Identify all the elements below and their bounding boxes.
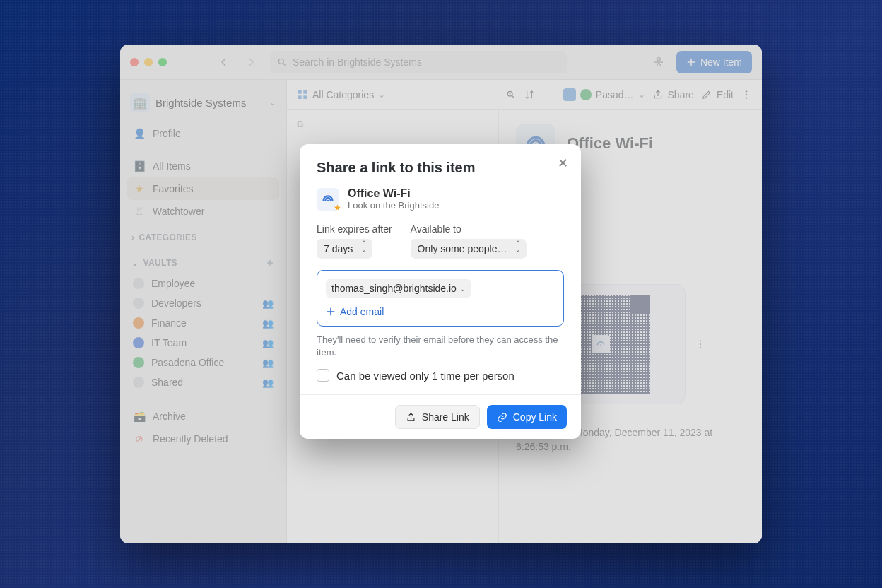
shared-icon: 👥: [262, 338, 274, 348]
modal-close-button[interactable]: ✕: [558, 155, 568, 171]
vault-item-shared[interactable]: Shared👥: [127, 372, 279, 392]
svg-rect-3: [298, 95, 302, 99]
vault-item-employee[interactable]: Employee: [127, 274, 279, 293]
vault-icon: [133, 377, 144, 388]
vault-item-pasadena[interactable]: Pasadena Office👥: [127, 353, 279, 372]
profile-icon: 👤: [133, 127, 146, 140]
more-icon: [741, 89, 752, 100]
qr-more-button[interactable]: [695, 339, 706, 350]
email-chip[interactable]: thomas_singh@brightside.io ⌄: [326, 279, 471, 298]
new-item-button[interactable]: New Item: [676, 51, 752, 74]
watchtower-icon: ♖: [133, 205, 146, 218]
add-email-button[interactable]: Add email: [326, 306, 555, 317]
svg-point-7: [746, 93, 747, 95]
archive-icon: 🗃️: [133, 410, 146, 423]
search-placeholder: Search in Brightside Systems: [293, 57, 422, 68]
link-icon: [497, 412, 507, 423]
modal-item-subtitle: Look on the Brightside: [348, 200, 439, 211]
window-controls: [130, 58, 167, 66]
categories-header[interactable]: › CATEGORIES: [127, 223, 279, 247]
favorite-star-icon: ★: [334, 203, 341, 213]
chevron-down-icon: ⌄: [131, 258, 139, 268]
filter-button[interactable]: [505, 89, 517, 100]
sidebar-item-profile[interactable]: 👤 Profile: [127, 122, 279, 145]
svg-rect-4: [303, 95, 307, 99]
titlebar: Search in Brightside Systems New Item: [120, 45, 762, 80]
workspace-icon: 🏢: [130, 93, 150, 112]
search-input[interactable]: Search in Brightside Systems: [270, 51, 567, 74]
trash-icon: ⊘: [133, 433, 146, 445]
item-icon: ★: [317, 188, 339, 211]
shared-icon: 👥: [262, 377, 274, 388]
plus-icon: [686, 57, 696, 67]
sidebar-item-favorites[interactable]: ★ Favorites: [127, 177, 279, 200]
vault-icon: [133, 357, 144, 368]
nav-back-button[interactable]: [212, 52, 236, 73]
share-icon: [406, 412, 416, 423]
expires-label: Link expires after: [317, 223, 392, 235]
svg-point-12: [700, 343, 701, 345]
nav-forward-button[interactable]: [239, 52, 263, 73]
svg-point-10: [600, 344, 601, 346]
vault-item-finance[interactable]: Finance👥: [127, 313, 279, 333]
chevron-down-icon: ⌄: [638, 90, 645, 100]
vault-icon: [133, 317, 144, 329]
search-icon: [277, 57, 287, 67]
more-button[interactable]: [741, 89, 752, 100]
copy-link-button[interactable]: Copy Link: [487, 405, 567, 429]
chevron-right-icon: ›: [131, 233, 134, 242]
watchtower-indicator-icon[interactable]: [648, 52, 669, 73]
drawer-icon: 🗄️: [133, 160, 146, 172]
vault-item-it-team[interactable]: IT Team👥: [127, 333, 279, 353]
vaults-header[interactable]: ⌄ VAULTS ＋: [127, 247, 279, 274]
svg-point-11: [700, 340, 701, 341]
help-text: They'll need to verify their email befor…: [317, 334, 564, 359]
share-link-modal: Share a link to this item ✕ ★ Office Wi-…: [300, 144, 581, 439]
minimize-window-icon[interactable]: [144, 58, 153, 66]
vault-icon: [133, 298, 144, 309]
svg-point-6: [746, 90, 747, 92]
sidebar: 🏢 Brightside Systems ⌄ 👤 Profile 🗄️ All …: [120, 80, 287, 543]
svg-point-13: [700, 346, 701, 348]
list-group-header: G: [295, 117, 490, 132]
filter-icon: [505, 89, 517, 100]
sort-icon: [524, 89, 535, 100]
available-select[interactable]: Only some people…: [411, 239, 527, 259]
chevron-down-icon: ⌄: [269, 98, 276, 107]
share-link-button[interactable]: Share Link: [395, 405, 480, 429]
plus-icon: [326, 307, 336, 317]
share-icon: [652, 89, 664, 100]
chevron-down-icon: ⌄: [459, 284, 466, 293]
sidebar-item-all-items[interactable]: 🗄️ All Items: [127, 155, 279, 177]
modal-footer: Share Link Copy Link: [300, 394, 581, 439]
category-selector[interactable]: All Categories ⌄: [297, 89, 385, 100]
svg-point-14: [327, 199, 329, 201]
workspace-switcher[interactable]: 🏢 Brightside Systems ⌄: [127, 88, 279, 122]
maximize-window-icon[interactable]: [158, 58, 167, 66]
shared-icon: 👥: [262, 358, 274, 368]
view-once-checkbox[interactable]: [317, 369, 329, 382]
sidebar-item-watchtower[interactable]: ♖ Watchtower: [127, 200, 279, 223]
sidebar-item-recently-deleted[interactable]: ⊘Recently Deleted: [127, 428, 279, 450]
shared-icon: 👥: [262, 298, 274, 309]
modal-item-name: Office Wi-Fi: [348, 187, 439, 200]
close-window-icon[interactable]: [130, 58, 139, 66]
edit-button[interactable]: Edit: [701, 89, 734, 100]
vault-icon: [580, 89, 592, 100]
share-button[interactable]: Share: [652, 89, 694, 100]
add-vault-button[interactable]: ＋: [265, 257, 275, 269]
vault-context[interactable]: Pasad… ⌄: [563, 88, 645, 101]
vault-icon: [133, 337, 144, 348]
modal-title: Share a link to this item: [317, 160, 564, 176]
vault-icon: [133, 278, 144, 289]
grid-icon: [297, 89, 308, 100]
email-recipients-box: thomas_singh@brightside.io ⌄ Add email: [317, 270, 564, 327]
vault-item-developers[interactable]: Developers👥: [127, 293, 279, 313]
chevron-down-icon: ⌄: [378, 90, 385, 100]
vault-icon: [563, 88, 576, 101]
expires-select[interactable]: 7 days: [317, 239, 372, 259]
svg-point-0: [278, 59, 283, 64]
sidebar-item-archive[interactable]: 🗃️Archive: [127, 405, 279, 428]
sort-button[interactable]: [524, 89, 535, 100]
svg-point-8: [746, 97, 747, 98]
